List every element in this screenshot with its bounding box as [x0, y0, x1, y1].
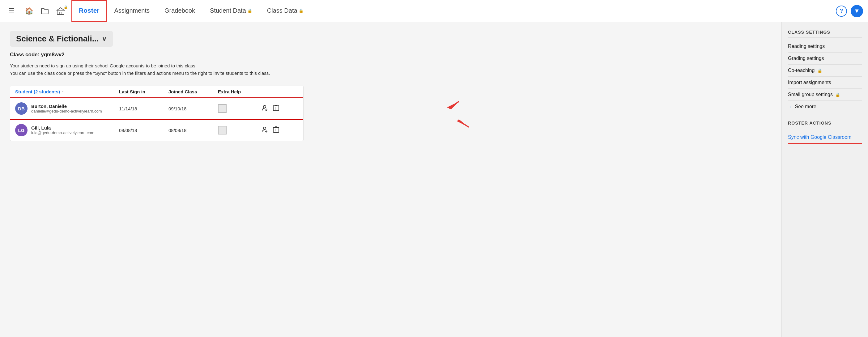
- svg-line-15: [458, 120, 469, 127]
- student-email-1: danielle@gedu-demo-activelylearn.com: [31, 109, 102, 114]
- chevron-down-icon: ∨: [102, 35, 106, 43]
- col-extra-help: Extra Help: [218, 89, 261, 94]
- col-joined-class: Joined Class: [168, 89, 218, 94]
- student-email-2: lula@gedu-demo-activelylearn.com: [31, 130, 94, 135]
- sidebar-grading-settings[interactable]: Grading settings: [788, 53, 862, 65]
- svg-rect-3: [273, 106, 279, 111]
- col-student[interactable]: Student (2 students) ↑: [15, 89, 119, 94]
- svg-rect-8: [273, 127, 279, 132]
- avatar-db: DB: [15, 102, 28, 115]
- svg-marker-12: [447, 101, 459, 110]
- roster-actions-section: ROSTER ACTIONS Sync with Google Classroo…: [788, 121, 862, 144]
- avatar-icon: ▼: [854, 7, 860, 14]
- plus-icon: ＋: [788, 104, 792, 109]
- tab-gradebook[interactable]: Gradebook: [157, 0, 203, 22]
- student-name-1: Burton, Danielle: [31, 103, 102, 109]
- extra-help-checkbox-1[interactable]: [218, 104, 226, 113]
- small-group-lock-icon: 🔒: [835, 92, 840, 97]
- nav-divider-2: [70, 5, 70, 17]
- sidebar-co-teaching[interactable]: Co-teaching 🔒: [788, 65, 862, 77]
- class-code-value: yqm8wv2: [41, 52, 65, 58]
- roster-table: Student (2 students) ↑ Last Sign in Join…: [10, 86, 304, 141]
- sidebar-reading-settings[interactable]: Reading settings: [788, 40, 862, 53]
- row-actions-1: [261, 104, 298, 113]
- svg-rect-1: [59, 12, 62, 14]
- user-avatar[interactable]: ▼: [851, 5, 863, 17]
- class-info-text: Your students need to sign up using thei…: [10, 62, 288, 77]
- student-name-2: Gill, Lula: [31, 125, 94, 130]
- tab-assignments[interactable]: Assignments: [107, 0, 157, 22]
- move-student-icon-2[interactable]: [261, 126, 268, 134]
- class-settings-title: CLASS SETTINGS: [788, 30, 862, 37]
- help-button[interactable]: ?: [836, 6, 847, 17]
- school-icon[interactable]: 🔒: [53, 5, 69, 18]
- sidebar-sync-google-classroom[interactable]: Sync with Google Classroom: [788, 131, 862, 144]
- student-cell-1: DB Burton, Danielle danielle@gedu-demo-a…: [15, 102, 119, 115]
- extra-help-1: [218, 104, 261, 113]
- joined-class-2: 08/08/18: [168, 128, 218, 133]
- joined-class-1: 09/10/18: [168, 106, 218, 111]
- class-data-lock-icon: 🔒: [299, 8, 304, 13]
- move-student-icon-1[interactable]: [261, 104, 268, 113]
- svg-point-2: [264, 105, 266, 108]
- roster-table-container: Student (2 students) ↑ Last Sign in Join…: [10, 86, 772, 141]
- class-header: Science & Fictionali... ∨: [10, 31, 772, 47]
- student-info-2: Gill, Lula lula@gedu-demo-activelylearn.…: [31, 125, 94, 135]
- class-title-text: Science & Fictionali...: [16, 34, 99, 43]
- svg-rect-0: [57, 10, 64, 14]
- last-sign-in-2: 08/08/18: [119, 128, 168, 133]
- table-row: LG Gill, Lula lula@gedu-demo-activelylea…: [10, 120, 303, 141]
- nav-right-section: ? ▼: [836, 5, 863, 17]
- co-teaching-lock-icon: 🔒: [817, 68, 822, 73]
- nav-divider-1: [20, 5, 20, 17]
- right-sidebar: CLASS SETTINGS Reading settings Grading …: [781, 22, 868, 337]
- roster-actions-title: ROSTER ACTIONS: [788, 121, 862, 128]
- tab-roster[interactable]: Roster: [71, 0, 107, 22]
- top-navigation: ☰ 🏠 🔒 Roster Assignments Gradebook Stude…: [0, 0, 868, 22]
- avatar-lg: LG: [15, 124, 28, 136]
- main-layout: Science & Fictionali... ∨ Class code: yq…: [0, 22, 868, 337]
- sidebar-small-group-settings[interactable]: Small group settings 🔒: [788, 89, 862, 101]
- delete-student-icon-1[interactable]: [273, 104, 279, 113]
- delete-student-icon-2[interactable]: [273, 126, 279, 134]
- row-actions-2: [261, 126, 298, 134]
- class-code: Class code: yqm8wv2: [10, 52, 772, 58]
- tab-student-data[interactable]: Student Data 🔒: [203, 0, 260, 22]
- sidebar-import-assignments[interactable]: Import assignments: [788, 77, 862, 89]
- class-title-dropdown[interactable]: Science & Fictionali... ∨: [10, 31, 113, 47]
- student-cell-2: LG Gill, Lula lula@gedu-demo-activelylea…: [15, 124, 119, 136]
- student-info-1: Burton, Danielle danielle@gedu-demo-acti…: [31, 103, 102, 114]
- sidebar-see-more[interactable]: ＋ See more: [788, 101, 862, 113]
- svg-marker-14: [457, 119, 469, 127]
- col-last-sign-in: Last Sign in: [119, 89, 168, 94]
- home-icon[interactable]: 🏠: [21, 5, 37, 18]
- folder-icon[interactable]: [37, 5, 53, 17]
- hamburger-menu[interactable]: ☰: [5, 5, 19, 18]
- content-area: Science & Fictionali... ∨ Class code: yq…: [0, 22, 781, 337]
- sort-icon: ↑: [62, 89, 64, 94]
- extra-help-checkbox-2[interactable]: [218, 126, 226, 134]
- table-header: Student (2 students) ↑ Last Sign in Join…: [10, 86, 303, 98]
- svg-point-7: [264, 127, 266, 129]
- tab-class-data[interactable]: Class Data 🔒: [260, 0, 311, 22]
- last-sign-in-1: 11/14/18: [119, 106, 168, 111]
- student-data-lock-icon: 🔒: [247, 8, 252, 13]
- extra-help-2: [218, 126, 261, 134]
- svg-line-13: [449, 101, 459, 108]
- table-row: DB Burton, Danielle danielle@gedu-demo-a…: [10, 98, 303, 120]
